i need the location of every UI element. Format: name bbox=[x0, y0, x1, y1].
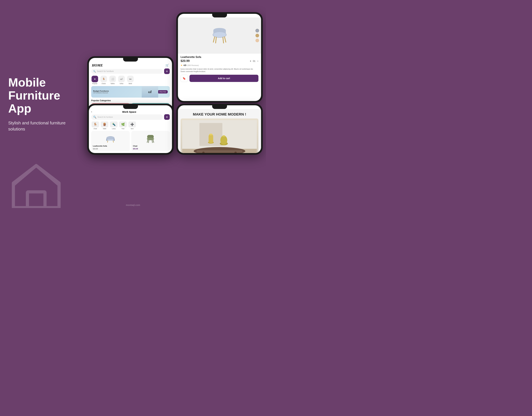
phone-detail: Leatherette Sofa $20.99 + 01 − ★ 4.5 (50… bbox=[176, 12, 263, 103]
tree-filter-icon: 🌿 bbox=[119, 122, 127, 127]
banner-title: Budget Furnitures bbox=[93, 90, 109, 92]
svg-line-22 bbox=[152, 140, 152, 143]
price-row: $20.99 + 01 − bbox=[180, 59, 258, 63]
svg-point-35 bbox=[222, 135, 225, 137]
phone-detail-notch bbox=[212, 14, 227, 18]
product-description: luxury executive chair is ipsum dolor si… bbox=[180, 68, 258, 73]
beds-label: Beds bbox=[129, 83, 132, 85]
bg-house-icon bbox=[10, 160, 63, 208]
modern-image-area bbox=[180, 118, 258, 153]
back-button[interactable]: ‹ bbox=[91, 110, 92, 113]
lamp-filter-icon: 🔦 bbox=[110, 122, 117, 127]
svg-point-5 bbox=[213, 32, 226, 37]
phones-area: HOME 🛒 🔍 Search for furniture ⚙ ★ Popula… bbox=[87, 0, 266, 208]
svg-marker-0 bbox=[13, 166, 59, 208]
shop-now-button[interactable]: Shop Now bbox=[158, 90, 168, 94]
filter-button-workspace[interactable]: ⚙ bbox=[164, 114, 170, 120]
svg-rect-14 bbox=[107, 139, 114, 141]
color-dot-tan[interactable] bbox=[256, 34, 259, 37]
lamp-filter-label: Lamp bbox=[112, 128, 116, 130]
workspace-chair-svg bbox=[145, 133, 155, 143]
category-beds[interactable]: 🛏 Beds bbox=[127, 76, 134, 85]
filter-chair[interactable]: 🪑 Chair bbox=[91, 122, 99, 130]
stars-row: ★ 4.5 (500 Reviews) bbox=[180, 64, 258, 66]
svg-point-32 bbox=[209, 134, 213, 135]
category-popular[interactable]: ★ Popular bbox=[91, 76, 98, 85]
tree-filter-label: Tree bbox=[122, 128, 124, 130]
banner-subtitle: All Furnitures Discount bbox=[93, 92, 109, 94]
workspace-search: 🔍 Search for furniture ⚙ bbox=[91, 114, 170, 120]
modern-headline: MAKE YOUR HOME MODERN ! bbox=[193, 112, 246, 116]
phone-workspace-notch bbox=[123, 105, 138, 109]
more-filter-icon: ➕ bbox=[128, 122, 136, 127]
filter-table[interactable]: 🪵 Table bbox=[100, 122, 109, 130]
search-placeholder-home: Search for furniture bbox=[97, 70, 114, 72]
home-header: HOME 🛒 bbox=[89, 62, 172, 68]
bookmark-button[interactable]: 🔖 bbox=[180, 75, 188, 82]
table-filter-icon: 🪵 bbox=[101, 122, 108, 127]
rating-value: 4.5 bbox=[183, 64, 186, 66]
workspace-title: Work Space bbox=[93, 110, 165, 113]
filter-lamp[interactable]: 🔦 Lamp bbox=[110, 122, 118, 130]
color-dot-gray[interactable] bbox=[256, 29, 259, 32]
tables-icon: ⬜ bbox=[109, 76, 116, 82]
search-icon-home: 🔍 bbox=[93, 70, 96, 73]
workspace-search-placeholder: Search for furniture bbox=[97, 116, 113, 118]
banner-image: 🛋 bbox=[142, 86, 158, 98]
product-card-sofa[interactable]: Leatherette Sofa $20.99 bbox=[91, 131, 130, 151]
category-sofas[interactable]: 🛋 Sofas bbox=[118, 76, 125, 85]
product-info: Leatherette Sofa $20.99 + 01 − ★ 4.5 (50… bbox=[178, 54, 261, 84]
interior-svg bbox=[182, 120, 257, 153]
table-filter-label: Table bbox=[103, 128, 106, 130]
svg-line-21 bbox=[149, 140, 149, 143]
sofas-label: Sofas bbox=[120, 83, 123, 85]
svg-line-7 bbox=[225, 37, 226, 42]
home-screen-title: HOME bbox=[92, 63, 103, 67]
svg-rect-1 bbox=[28, 192, 45, 208]
furniture-filter-row: 🪑 Chair 🪵 Table 🔦 Lamp 🌿 Tree ➕ It bbox=[89, 122, 172, 131]
svg-line-20 bbox=[153, 140, 154, 142]
filter-button-home[interactable]: ⚙ bbox=[164, 68, 170, 74]
svg-rect-28 bbox=[202, 152, 205, 153]
action-row: 🔖 Add to cart bbox=[180, 75, 258, 82]
product-name: Leatherette Sofa bbox=[180, 56, 258, 59]
chairs-icon: 🪑 bbox=[100, 76, 107, 82]
tables-label: Tables bbox=[110, 83, 115, 85]
product-image-area bbox=[178, 18, 261, 54]
svg-line-15 bbox=[107, 141, 108, 142]
qty-minus-btn[interactable]: − bbox=[257, 60, 258, 62]
quantity-value: 01 bbox=[253, 60, 256, 62]
phone-workspace: ‹ Work Space 🔍 Search for furniture ⚙ 🪑 … bbox=[87, 104, 174, 155]
phone-modern: MAKE YOUR HOME MODERN ! bbox=[176, 104, 263, 155]
qty-plus-btn[interactable]: + bbox=[250, 60, 251, 62]
banner-text: Budget Furnitures All Furnitures Discoun… bbox=[93, 90, 109, 94]
add-to-cart-button[interactable]: Add to cart bbox=[190, 75, 258, 82]
filter-more[interactable]: ➕ Item bbox=[128, 122, 136, 130]
promo-banner[interactable]: Budget Furnitures All Furnitures Discoun… bbox=[91, 86, 170, 98]
workspace-product-row: Leatherette Sofa $20.99 bbox=[89, 131, 172, 151]
search-input-home[interactable]: 🔍 Search for furniture bbox=[91, 69, 163, 74]
chair-filter-icon: 🪑 bbox=[92, 122, 99, 127]
svg-rect-11 bbox=[106, 137, 114, 140]
filter-tree[interactable]: 🌿 Tree bbox=[119, 122, 127, 130]
svg-line-8 bbox=[216, 37, 216, 43]
phone-modern-notch bbox=[212, 105, 227, 109]
chair-product-image bbox=[133, 132, 168, 144]
review-count: (500 Reviews) bbox=[187, 64, 199, 66]
color-dot-beige[interactable] bbox=[256, 39, 259, 42]
sofa-product-price: $20.99 bbox=[93, 148, 128, 150]
phone-home-notch bbox=[123, 58, 138, 62]
app-subtitle: Stylish and functional furniture solutio… bbox=[8, 120, 79, 132]
more-filter-label: Item bbox=[131, 128, 134, 130]
chairs-label: Chairs bbox=[102, 83, 106, 85]
category-chairs[interactable]: 🪑 Chairs bbox=[100, 76, 107, 85]
cart-icon[interactable]: 🛒 bbox=[165, 64, 169, 67]
category-row: ★ Popular 🪑 Chairs ⬜ Tables 🛋 Sofas 🛏 bbox=[89, 76, 172, 86]
svg-line-16 bbox=[113, 141, 114, 142]
product-card-chair[interactable]: Chair $35.99 bbox=[131, 131, 170, 151]
search-icon-workspace: 🔍 bbox=[93, 115, 96, 119]
category-tables[interactable]: ⬜ Tables bbox=[109, 76, 116, 85]
left-panel: Mobile Furniture App Stylish and functio… bbox=[0, 66, 87, 142]
workspace-search-input[interactable]: 🔍 Search for furniture bbox=[91, 114, 163, 120]
star-icon: ★ bbox=[180, 64, 182, 66]
